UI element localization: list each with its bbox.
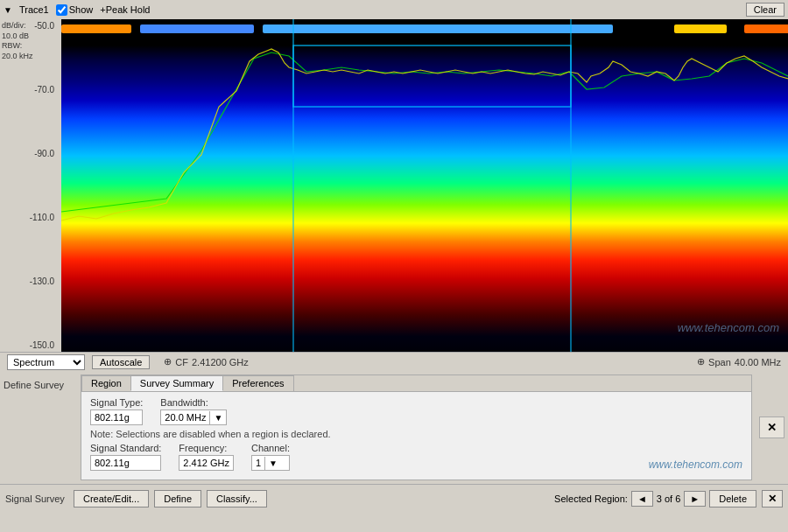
span-value: 40.00 MHz: [735, 357, 781, 368]
signal-survey-bar: Signal Survey Create/Edit... Define Clas…: [0, 484, 788, 512]
y-axis-info: dB/div: 10.0 dB RBW: 20.0 kHz: [2, 21, 33, 62]
autoscale-button[interactable]: Autoscale: [92, 355, 150, 369]
signal-survey-label: Signal Survey: [5, 494, 68, 504]
cf-label: CF: [175, 357, 188, 368]
classify-button[interactable]: Classify...: [207, 490, 267, 508]
signal-standard-group: Signal Standard: 802.11g: [90, 443, 161, 471]
define-survey-section: Define Survey Region Survey Summary Pref…: [0, 371, 788, 484]
channel-dropdown[interactable]: 1 ▼: [251, 455, 290, 471]
channel-label: Channel:: [251, 443, 290, 453]
spectrum-container: dB/div: 10.0 dB RBW: 20.0 kHz -50.0 -70.…: [0, 19, 788, 352]
frequency-input: 2.412 GHz: [179, 455, 234, 471]
y-label-2: -70.0: [30, 85, 54, 94]
survey-content: Signal Type: 802.11g Bandwidth: 20.0 MHz…: [81, 392, 751, 480]
y-label-6: -150.0: [30, 340, 54, 350]
signal-type-row: Signal Type: 802.11g Bandwidth: 20.0 MHz…: [90, 397, 742, 425]
survey-panel: Region Survey Summary Preferences Signal…: [81, 374, 752, 480]
status-bar: Spectrum Spectrogram RSSI Autoscale ⊕ CF…: [0, 352, 788, 371]
close-define-survey-button[interactable]: ✕: [759, 416, 784, 438]
channel-group: Channel: 1 ▼: [251, 443, 290, 471]
delete-button[interactable]: Delete: [709, 490, 756, 508]
show-checkbox-label[interactable]: Show: [56, 4, 94, 16]
svg-rect-2: [293, 46, 571, 107]
span-label: Span: [708, 357, 731, 368]
trace-label: Trace1: [19, 4, 49, 15]
db-div-value: 10.0 dB: [2, 32, 33, 42]
peak-hold-label: +Peak Hold: [100, 4, 150, 15]
top-bar: ▼ Trace1 Show +Peak Hold Clear: [0, 0, 788, 19]
rbw-value: 20.0 kHz: [2, 52, 33, 62]
selected-region-label: Selected Region:: [554, 494, 628, 504]
tab-preferences[interactable]: Preferences: [222, 375, 293, 391]
rbw-label: RBW:: [2, 41, 33, 52]
close-signal-survey-button[interactable]: ✕: [762, 490, 783, 508]
region-count: 3 of 6: [657, 494, 681, 504]
signal-standard-row: Signal Standard: 802.11g Frequency: 2.41…: [90, 443, 742, 471]
trace-arrow: ▼: [4, 5, 12, 15]
bandwidth-dropdown[interactable]: 20.0 MHz ▼: [160, 410, 227, 425]
define-survey-label: Define Survey: [4, 374, 74, 390]
create-edit-button[interactable]: Create/Edit...: [74, 490, 149, 508]
watermark-field: www.tehencom.com: [649, 458, 742, 471]
cf-symbol: ⊕: [164, 356, 172, 368]
y-label-1: -50.0: [30, 21, 54, 31]
frequency-label: Frequency:: [179, 443, 234, 453]
y-label-5: -130.0: [30, 276, 54, 286]
y-axis: dB/div: 10.0 dB RBW: 20.0 kHz -50.0 -70.…: [0, 19, 61, 352]
selected-region-area: Selected Region: ◄ 3 of 6 ► Delete: [554, 490, 756, 508]
prev-region-button[interactable]: ◄: [631, 491, 653, 507]
signal-standard-label: Signal Standard:: [90, 443, 161, 453]
spectrum-plot[interactable]: www.tehencom.com: [61, 19, 788, 352]
define-button[interactable]: Define: [154, 490, 201, 508]
show-checkbox[interactable]: [56, 4, 67, 16]
signal-type-label: Signal Type:: [90, 397, 143, 408]
tab-survey-summary[interactable]: Survey Summary: [130, 375, 223, 391]
signal-type-group: Signal Type: 802.11g: [90, 397, 143, 425]
y-axis-labels: -50.0 -70.0 -90.0 -110.0 -130.0 -150.0: [26, 19, 58, 352]
clear-button[interactable]: Clear: [746, 3, 784, 17]
frequency-group: Frequency: 2.412 GHz: [179, 443, 234, 471]
next-region-button[interactable]: ►: [684, 491, 706, 507]
db-div-label: dB/div:: [2, 21, 33, 32]
y-label-3: -90.0: [30, 149, 54, 158]
signal-standard-input: 802.11g: [90, 455, 161, 471]
spectrum-dropdown-group: Spectrum Spectrogram RSSI: [7, 354, 85, 370]
bandwidth-group: Bandwidth: 20.0 MHz ▼: [160, 397, 227, 425]
bandwidth-dropdown-arrow[interactable]: ▼: [209, 411, 226, 424]
tab-region[interactable]: Region: [81, 375, 131, 391]
bandwidth-label: Bandwidth:: [160, 397, 227, 408]
survey-tabs: Region Survey Summary Preferences: [81, 375, 751, 392]
channel-dropdown-arrow[interactable]: ▼: [264, 457, 281, 470]
view-selector[interactable]: Spectrum Spectrogram RSSI: [7, 354, 85, 370]
trace-svg: [61, 19, 788, 352]
signal-type-input: 802.11g: [90, 410, 143, 425]
span-symbol: ⊕: [697, 356, 705, 368]
note-text: Note: Selections are disabled when a reg…: [90, 429, 742, 439]
y-label-4: -110.0: [30, 213, 54, 222]
cf-value: 2.41200 GHz: [192, 357, 249, 368]
watermark: www.tehencom.com: [678, 321, 779, 334]
